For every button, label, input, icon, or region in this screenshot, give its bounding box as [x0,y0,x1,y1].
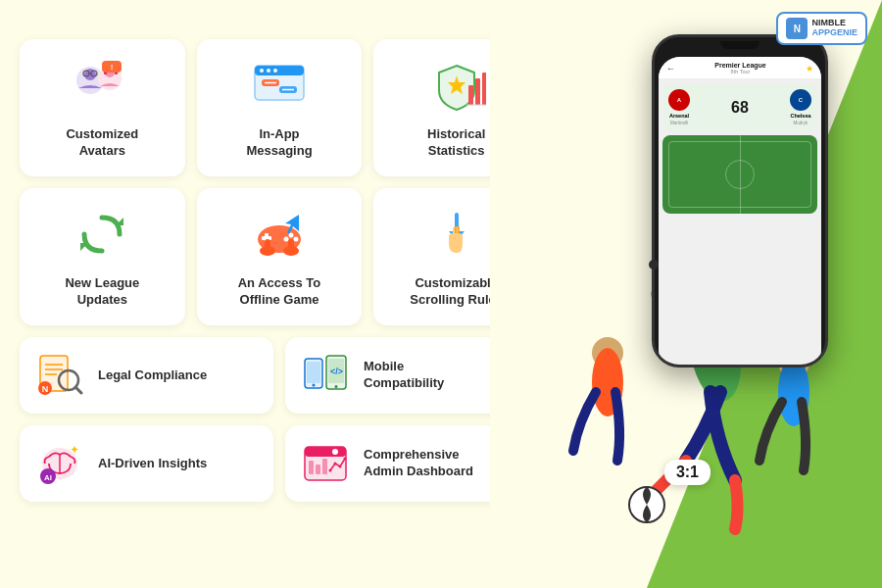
logo-text: NIMBLEAPPGENIE [811,19,858,38]
svg-rect-21 [475,78,480,105]
svg-rect-36 [288,239,294,253]
svg-point-64 [332,449,338,455]
phone-screen: ← Premier League 8th Tour ★ A Arsenal Ma… [659,57,821,368]
card-new-league-updates: New LeagueUpdates [20,188,185,325]
svg-point-55 [335,385,338,388]
dot-decoration [649,260,659,270]
card-ai-insights: AI ✦ AI-Driven Insights [20,425,273,502]
svg-rect-20 [468,85,473,105]
player2-name: Mudryk [794,121,808,125]
new-league-updates-label: New LeagueUpdates [65,275,139,309]
svg-rect-35 [265,239,270,253]
customized-avatars-label: CustomizedAvatars [66,126,138,160]
in-app-messaging-icon [250,58,309,117]
svg-point-32 [283,236,288,241]
svg-point-15 [273,69,277,73]
admin-dashboard-icon [301,439,350,488]
historical-statistics-label: HistoricalStatistics [427,126,485,160]
mobile-compatibility-icon: </> [301,351,350,400]
scrolling-rules-label: CustomizableScrolling Rules [410,275,503,309]
svg-point-52 [313,384,316,387]
phone-section: ← Premier League 8th Tour ★ A Arsenal Ma… [490,0,882,588]
league-title: Premier League [675,62,806,69]
logo-icon: N [786,18,808,39]
card-in-app-messaging: In-AppMessaging [197,39,363,176]
svg-text:</>: </> [330,367,343,376]
svg-rect-66 [316,465,320,474]
svg-point-30 [293,236,298,241]
features-grid: ! CustomizedAvatars [20,39,539,502]
svg-rect-22 [482,73,486,105]
svg-line-49 [75,387,81,393]
chelsea-badge: C [790,89,811,111]
svg-point-14 [267,69,270,73]
ai-insights-label: AI-Driven Insights [98,456,207,472]
soccer-field [662,135,817,214]
svg-text:AI: AI [44,473,52,482]
svg-point-13 [260,69,264,73]
card-customized-avatars: ! CustomizedAvatars [20,39,185,176]
logo: N NIMBLEAPPGENIE [776,12,867,45]
svg-rect-67 [322,459,327,474]
league-sub: 8th Tour [675,69,806,74]
score-badge: 3:1 [664,460,710,485]
legal-compliance-label: Legal Compliance [98,368,207,384]
legal-compliance-icon: N [35,351,84,400]
arsenal-badge: A [668,89,690,111]
bottom-features-grid: N Legal Compliance [20,337,539,502]
svg-text:!: ! [111,63,114,72]
svg-text:N: N [42,384,49,394]
svg-point-70 [339,466,342,468]
historical-statistics-icon [427,58,486,117]
admin-dashboard-label: ComprehensiveAdmin Dashboard [364,447,473,480]
scrolling-rules-icon [427,207,486,266]
new-league-updates-icon [73,207,131,266]
svg-rect-65 [309,461,314,474]
svg-point-69 [334,463,337,466]
svg-rect-63 [305,447,346,457]
match-score: 68 [731,99,749,117]
team1-name: Arsenal [669,113,689,119]
svg-point-68 [329,469,332,472]
match-card: A Arsenal Martinelli 68 C Chelsea Mudryk [662,83,817,131]
player1-name: Martinelli [670,121,688,125]
svg-point-71 [344,458,347,461]
offline-game-label: An Access ToOffline Game [238,275,321,309]
offline-game-icon [250,207,309,266]
svg-text:✦: ✦ [70,443,79,457]
mobile-compatibility-label: MobileCompatibility [364,359,444,392]
top-features-grid: ! CustomizedAvatars [20,39,539,325]
card-offline-game: An Access ToOffline Game [197,188,363,325]
customized-avatars-icon: ! [73,58,131,117]
ai-insights-icon: AI ✦ [35,439,84,488]
card-legal-compliance: N Legal Compliance [20,337,273,414]
team2-name: Chelsea [790,113,810,119]
svg-rect-51 [307,362,320,383]
in-app-messaging-label: In-AppMessaging [246,126,312,160]
phone-mockup: ← Premier League 8th Tour ★ A Arsenal Ma… [652,34,828,368]
